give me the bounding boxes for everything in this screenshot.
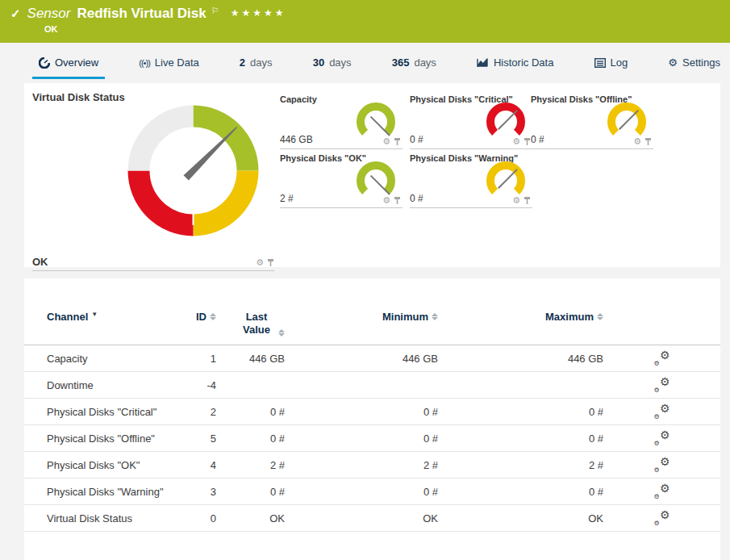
gauge-physical-disks-ok: Physical Disks "OK" 2 # ⚙ [280,153,403,208]
tab-label: Overview [55,56,98,69]
table-header-row: Channel ▼ ID Last Value Minimum Maximum [24,304,720,345]
pin-icon[interactable] [524,137,531,146]
channel-settings-icon[interactable]: ⚙⚙ [654,377,670,391]
tab-number: 30 [313,56,324,69]
channel-table-panel: Channel ▼ ID Last Value Minimum Maximum [24,278,720,560]
channel-settings-icon[interactable]: ⚙⚙ [654,403,670,418]
sensor-header: ✓ Sensor Redfish Virtual Disk ⚐ ★★★★★ OK [0,0,730,43]
sort-icon[interactable] [278,327,285,336]
gauge-settings-icon[interactable]: ⚙ [633,136,641,147]
object-kind-label: Sensor [27,6,71,22]
pin-icon[interactable] [394,196,401,205]
channel-minimum: 0 # [285,425,438,452]
gauge-capacity: Capacity 446 GB ⚙ [280,94,403,149]
overview-gauges-panel: Virtual Disk Status OK ⚙ Capac [24,83,720,267]
channel-settings-icon[interactable]: ⚙⚙ [654,483,670,498]
column-header-maximum[interactable]: Maximum [438,304,603,345]
tab-label: Log [611,56,628,69]
status-badge: OK [44,24,730,34]
sort-icon[interactable] [432,311,438,320]
sort-desc-icon[interactable]: ▼ [91,311,98,318]
sort-icon[interactable] [210,311,216,320]
channel-settings-icon[interactable]: ⚙⚙ [654,350,670,365]
column-header-id[interactable]: ID [192,304,216,345]
tab-number: 2 [240,56,245,69]
channel-last-value: OK [216,505,285,532]
tab-bar: Overview ((•)) Live Data 2 days 30 days … [32,50,727,79]
channel-last-value [216,372,285,399]
gauge-title: Virtual Disk Status [32,91,125,103]
channel-maximum: 446 GB [438,345,603,372]
tab-live-data[interactable]: ((•)) Live Data [132,50,205,79]
sensor-title: Redfish Virtual Disk [77,6,206,22]
gauge-needle [498,111,517,129]
table-row-downtime: Downtime -4 ⚙⚙ [24,372,720,399]
column-label: Minimum [382,311,428,323]
channel-name: Physical Disks "Offline" [24,425,192,452]
channel-minimum: 446 GB [285,345,438,372]
gauge-value: 0 # [410,134,423,145]
log-list-icon [594,58,606,68]
chart-icon [477,57,489,68]
channel-minimum [285,372,438,399]
gauge-physical-disks-critical: Physical Disks "Critical" 0 # ⚙ [410,94,532,149]
tab-2-days[interactable]: 2 days [233,50,279,79]
tab-label: days [414,56,436,69]
pin-icon[interactable] [267,258,274,267]
gauge-settings-icon[interactable]: ⚙ [256,257,264,268]
channel-last-value: 2 # [216,452,285,479]
tab-overview[interactable]: Overview [32,50,105,79]
gauge-physical-disks-warning: Physical Disks "Warning" 0 # ⚙ [410,153,532,208]
channel-id: 0 [192,505,216,532]
gauge-value: 0 # [410,193,423,204]
channel-maximum: 2 # [438,452,603,479]
tab-label: Live Data [155,56,199,69]
channel-minimum: OK [285,505,438,532]
gauge-settings-icon[interactable]: ⚙ [382,136,390,147]
column-header-last-value[interactable]: Last Value [216,304,285,345]
channel-id: 5 [192,425,216,452]
tab-settings[interactable]: ⚙ Settings [661,50,727,79]
sort-icon[interactable] [597,311,603,320]
gauge-value: OK [32,256,48,268]
tab-365-days[interactable]: 365 days [386,50,443,79]
tab-label: Settings [682,56,720,69]
gauge-value: 2 # [280,193,294,204]
channel-minimum: 0 # [285,479,438,505]
channel-name: Physical Disks "Critical" [24,399,192,425]
gauge-settings-icon[interactable]: ⚙ [512,136,520,147]
gauge-settings-icon[interactable]: ⚙ [382,195,390,206]
channel-maximum: 0 # [438,479,603,505]
channel-settings-icon[interactable]: ⚙⚙ [654,510,670,524]
column-header-minimum[interactable]: Minimum [285,304,438,345]
column-header-channel[interactable]: Channel ▼ [24,304,192,345]
flag-icon[interactable]: ⚐ [211,6,219,16]
channel-id: 1 [192,345,216,372]
tab-historic-data[interactable]: Historic Data [470,50,560,79]
column-label: Channel [47,311,88,323]
gauge-needle [498,169,517,188]
tab-log[interactable]: Log [588,50,635,79]
channel-settings-icon[interactable]: ⚙⚙ [654,430,670,445]
table-row-physical-disks-ok: Physical Disks "OK" 4 2 # 2 # 2 # ⚙⚙ [24,452,720,479]
tab-30-days[interactable]: 30 days [307,50,358,79]
pin-icon[interactable] [524,196,531,205]
gauge-needle [183,124,239,180]
pin-icon[interactable] [394,137,401,146]
channel-minimum: 2 # [285,452,438,479]
table-row-physical-disks-critical: Physical Disks "Critical" 2 0 # 0 # 0 # … [24,399,720,425]
table-row-physical-disks-offline: Physical Disks "Offline" 5 0 # 0 # 0 # ⚙… [24,425,720,452]
gauge-icon [39,57,50,69]
channel-last-value: 0 # [216,425,285,452]
gauge-settings-icon[interactable]: ⚙ [512,195,520,206]
tab-label: days [329,56,351,69]
channel-name: Physical Disks "OK" [24,452,192,479]
channel-settings-icon[interactable]: ⚙⚙ [654,457,670,471]
priority-stars[interactable]: ★★★★★ [231,6,286,19]
channel-id: 4 [192,452,216,479]
gauge-dial [127,104,260,237]
pin-icon[interactable] [644,137,652,146]
gauge-footer: OK ⚙ [32,256,274,271]
channel-maximum: OK [438,505,603,532]
column-label: Maximum [545,311,594,323]
